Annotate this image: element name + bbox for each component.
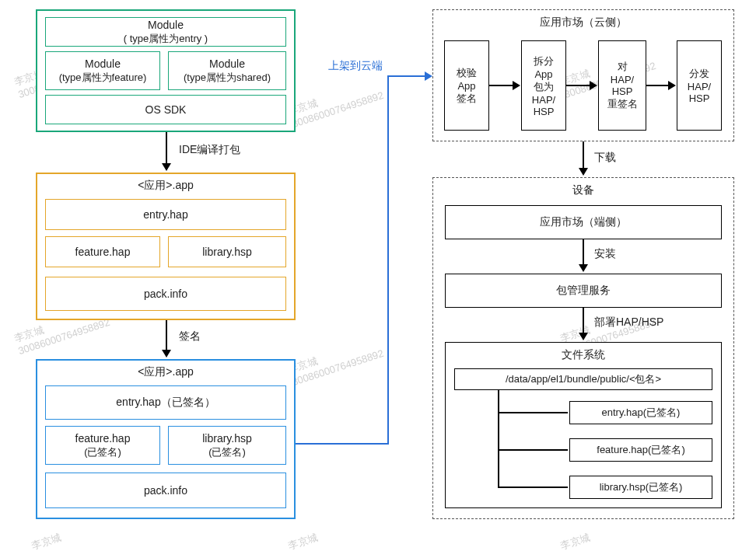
os-sdk: OS SDK [45,95,286,124]
cloud-market-title: 应用市场（云侧） [432,16,734,30]
library-hsp-signed-sub: (已签名) [208,446,246,459]
cloud-step-verify: 校验App签名 [444,40,489,131]
arrow-download [583,141,584,169]
file-system-path: /data/app/el1/bundle/public/<包名> [454,368,712,390]
package-manager: 包管理服务 [445,274,722,308]
t: 签名 [457,92,477,106]
module-entry: Module ( type属性为entry ) [45,17,286,47]
library-hsp-signed-title: library.hsp [202,432,252,446]
upload-line [387,75,426,77]
fs-feature-hap: feature.hap(已签名) [569,438,712,462]
arrow-ide-build [166,132,167,165]
t: HAP/ [532,94,555,106]
entry-hap-signed: entry.hap（已签名） [45,385,286,420]
arrowhead-icon [579,264,588,272]
t: 对 [618,60,628,74]
app-unsigned-title: <应用>.app [36,179,296,193]
feature-hap-signed-title: feature.hap [75,432,131,446]
fs-entry-hap: entry.hap(已签名) [569,401,712,424]
module-entry-sub: ( type属性为entry ) [124,33,208,45]
app-signed-title: <应用>.app [36,365,296,379]
arrowhead-icon [162,350,171,357]
arrowhead-icon [590,81,597,90]
file-system-title: 文件系统 [445,348,722,362]
arrow-install [583,239,584,266]
module-shared: Module (type属性为shared) [168,51,286,90]
tree-line [498,390,499,488]
label-download: 下载 [594,151,616,165]
upload-line [296,443,389,445]
device-market: 应用市场（端侧） [445,205,722,239]
t: 分发 [689,67,709,81]
watermark: 李京城 [286,530,320,553]
arrowhead-icon [579,333,588,340]
t: App [457,80,475,92]
feature-hap: feature.hap [45,236,160,267]
pack-info: pack.info [45,277,286,311]
t: HAP/ [688,81,711,92]
feature-hap-signed: feature.hap (已签名) [45,426,160,465]
fs-library-hsp: library.hsp(已签名) [569,476,712,499]
cloud-arrow [566,85,591,86]
module-feature-title: Module [85,58,121,71]
t: HSP [689,92,710,104]
t: App [534,68,552,80]
pack-info-signed: pack.info [45,473,286,508]
tree-line [498,487,568,488]
t: 包为 [534,80,554,94]
module-shared-sub: (type属性为shared) [184,71,271,84]
arrowhead-icon [425,71,432,81]
feature-hap-signed-sub: (已签名) [84,446,121,459]
arrow-sign [166,320,167,351]
cloud-arrow [646,85,670,86]
label-ide-build: IDE编译打包 [179,143,240,157]
cloud-step-resign: 对HAP/HSP重签名 [598,40,646,131]
label-install: 安装 [594,247,616,261]
t: 重签名 [607,97,638,111]
watermark: 李京城 [30,530,63,553]
t: HSP [612,85,633,97]
watermark: 李京城30086000764958892 [286,334,385,388]
library-hsp-signed: library.hsp (已签名) [168,426,286,465]
watermark: 李京城30086000764958892 [286,76,385,130]
entry-hap: entry.hap [45,199,286,230]
watermark: 李京城 [558,530,592,553]
library-hsp: library.hsp [168,236,286,267]
device-title: 设备 [432,183,734,197]
cloud-arrow [489,85,514,86]
arrowhead-icon [579,168,588,176]
cloud-step-distribute: 分发HAP/HSP [677,40,722,131]
label-deploy: 部署HAP/HSP [594,316,663,330]
arrowhead-icon [513,81,520,90]
cloud-step-split: 拆分App包为HAP/HSP [521,40,566,131]
t: 拆分 [534,54,554,68]
tree-line [498,412,568,413]
t: HSP [534,106,555,117]
t: HAP/ [611,74,634,85]
upload-line [387,75,389,445]
module-feature: Module (type属性为feature) [45,51,160,90]
arrowhead-icon [668,81,676,90]
label-sign: 签名 [179,330,201,344]
tree-line [498,449,568,451]
label-upload-cloud: 上架到云端 [328,59,383,73]
module-shared-title: Module [209,58,245,71]
module-entry-title: Module [148,19,184,33]
arrow-deploy [583,308,584,334]
arrowhead-icon [162,163,171,171]
module-feature-sub: (type属性为feature) [59,71,147,84]
t: 校验 [457,66,477,80]
